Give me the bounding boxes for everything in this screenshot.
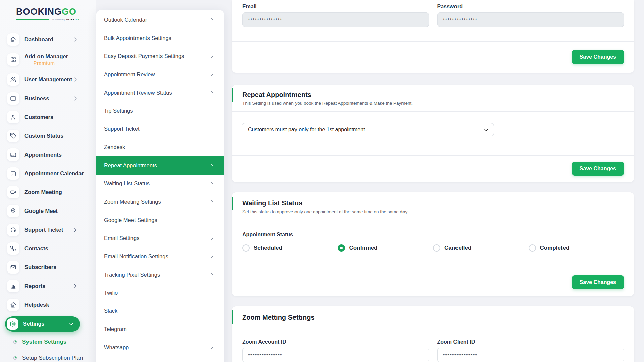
repeat-payment-select[interactable]: Customers must pay only for the 1st appo… — [241, 123, 494, 136]
sidebar-item-addon-manager[interactable]: Add-on Manager Premium — [0, 49, 96, 70]
sidebar-item-settings[interactable]: Settings — [5, 316, 80, 332]
headset-icon — [7, 224, 19, 236]
chevron-right-icon — [72, 284, 77, 288]
zoom-client-id-field[interactable] — [437, 348, 624, 362]
chevron-right-icon — [209, 164, 213, 167]
chevron-right-icon — [209, 291, 213, 295]
submenu-item-repeat-appointments[interactable]: Repeat Appointments — [96, 156, 224, 174]
sidebar-item-zoom-meeting[interactable]: Zoom Meeting — [0, 183, 96, 201]
mail-icon — [7, 261, 19, 274]
chevron-down-icon — [484, 127, 488, 131]
radio-scheduled[interactable]: Scheduled — [242, 244, 338, 252]
submenu-item-support-ticket[interactable]: Support Ticket — [96, 120, 224, 138]
chevron-down-icon — [69, 321, 73, 325]
webcam-icon — [7, 205, 19, 217]
sidebar-item-support-ticket[interactable]: Support Ticket — [0, 220, 96, 239]
sidebar-item-helpdesk[interactable]: Helpdesk — [0, 295, 96, 314]
zoom-meeting-settings-card: Zoom Metting Settings Zoom Account ID Zo… — [232, 306, 634, 362]
sidebar-item-custom-status[interactable]: Custom Status — [0, 126, 96, 145]
sidebar-item-subscribers[interactable]: Subscribers — [0, 258, 96, 277]
chevron-right-icon — [72, 228, 77, 232]
chevron-right-icon — [209, 54, 213, 58]
credit-card-icon — [7, 92, 19, 105]
premium-badge: Premium — [33, 60, 68, 66]
video-icon — [7, 186, 19, 198]
submenu-item-email-notification-settings[interactable]: Email Notification Settings — [96, 247, 224, 265]
chevron-right-icon — [72, 37, 77, 42]
save-changes-button[interactable]: Save Changes — [572, 50, 624, 64]
card-title: Waiting List Status — [242, 199, 624, 207]
save-changes-button[interactable]: Save Changes — [572, 275, 624, 289]
password-label: Password — [437, 3, 624, 10]
submenu-item-twilio[interactable]: Twilio — [96, 284, 224, 302]
submenu-item-tracking-pixel-settings[interactable]: Tracking Pixel Settings — [96, 265, 224, 284]
submenu-item-outlook-calendar[interactable]: Outlook Calendar — [96, 11, 224, 29]
sidebar-subitem-setup-subscription-plan[interactable]: Setup Subscription Plan — [13, 355, 83, 361]
submenu-item-waiting-list-status[interactable]: Waiting List Status — [96, 175, 224, 193]
appointment-status-radio-group: Scheduled Confirmed Cancelled Completed — [242, 244, 624, 252]
submenu-item-easy-deposit-payments-settings[interactable]: Easy Deposit Payments Settings — [96, 47, 224, 65]
chevron-right-icon — [209, 309, 213, 313]
sidebar-item-business[interactable]: Business — [0, 89, 96, 108]
chevron-right-icon — [209, 346, 213, 349]
radio-cancelled[interactable]: Cancelled — [433, 244, 529, 252]
card-title: Zoom Metting Settings — [242, 313, 624, 321]
chevron-right-icon — [72, 77, 77, 82]
chevron-right-icon — [209, 182, 213, 185]
save-changes-button[interactable]: Save Changes — [572, 162, 624, 176]
phone-icon — [7, 242, 19, 255]
home-icon — [7, 299, 19, 311]
radio-confirmed[interactable]: Confirmed — [338, 244, 433, 252]
password-field[interactable] — [437, 12, 624, 27]
sidebar-item-dashboard[interactable]: Dashboard — [0, 30, 96, 49]
grid-icon — [7, 53, 19, 66]
sidebar-item-contacts[interactable]: Contacts — [0, 239, 96, 258]
sidebar-item-google-meet[interactable]: Google Meet — [0, 201, 96, 220]
submenu-item-zoom-meeting-settings[interactable]: Zoom Meeting Settings — [96, 193, 224, 211]
chevron-right-icon — [209, 36, 213, 40]
chevron-right-icon — [209, 18, 213, 21]
submenu-item-google-meet-settings[interactable]: Google Meet Settings — [96, 211, 224, 229]
submenu-item-telegram[interactable]: Telegram — [96, 320, 224, 338]
gear-icon — [7, 318, 18, 330]
selected-option: Customers must pay only for the 1st appo… — [248, 127, 365, 133]
brand-logo[interactable]: BOOKINGGO Powered By WORKDO — [0, 0, 96, 21]
submenu-item-appointment-review[interactable]: Appointment Review — [96, 65, 224, 83]
appointment-status-label: Appointment Status — [242, 231, 624, 238]
submenu-item-bulk-appointments-settings[interactable]: Bulk Appointments Settings — [96, 29, 224, 47]
sidebar-nav: Dashboard Add-on Manager Premium User Ma… — [0, 30, 96, 314]
brand-name: BOOKINGGO — [16, 7, 96, 17]
submenu-item-zendesk[interactable]: Zendesk — [96, 138, 224, 156]
main-content: Email Password Save Changes Repeat Appoi… — [232, 0, 634, 362]
card-title: Repeat Appointments — [242, 90, 624, 99]
radio-icon — [529, 244, 536, 252]
zoom-account-id-field[interactable] — [242, 348, 429, 362]
tag-icon — [7, 130, 19, 142]
brand-underline — [16, 19, 49, 20]
submenu-item-appointment-review-status[interactable]: Appointment Review Status — [96, 83, 224, 102]
chevron-right-icon — [209, 218, 213, 222]
chevron-right-icon — [209, 127, 213, 131]
radio-completed[interactable]: Completed — [529, 244, 624, 252]
chevron-right-icon — [209, 109, 213, 113]
submenu-item-whatsapp[interactable]: Whatsapp — [96, 338, 224, 356]
circle-bullet-icon — [12, 339, 17, 344]
sidebar-item-reports[interactable]: Reports — [0, 277, 96, 295]
submenu-item-tip-settings[interactable]: Tip Settings — [96, 102, 224, 120]
sidebar-item-appointment-calendar[interactable]: Appointment Calendar — [0, 164, 96, 183]
email-label: Email — [242, 3, 429, 10]
sidebar-item-user-management[interactable]: User Management — [0, 70, 96, 89]
email-field[interactable] — [242, 12, 429, 27]
sidebar-subitem-system-settings[interactable]: System Settings — [13, 339, 66, 345]
users-icon — [7, 73, 19, 86]
submenu-item-slack[interactable]: Slack — [96, 302, 224, 320]
sidebar-item-customers[interactable]: Customers — [0, 108, 96, 126]
sidebar: BOOKINGGO Powered By WORKDO Dashboard Ad… — [0, 0, 96, 362]
sidebar-item-appointments[interactable]: Appointments — [0, 145, 96, 164]
radio-icon — [242, 244, 250, 252]
waiting-list-status-card: Waiting List Status Set this status to a… — [232, 192, 634, 296]
user-icon — [7, 111, 19, 123]
account-credentials-card: Email Password Save Changes — [232, 0, 634, 73]
submenu-item-email-settings[interactable]: Email Settings — [96, 229, 224, 247]
bar-chart-icon — [7, 280, 19, 292]
